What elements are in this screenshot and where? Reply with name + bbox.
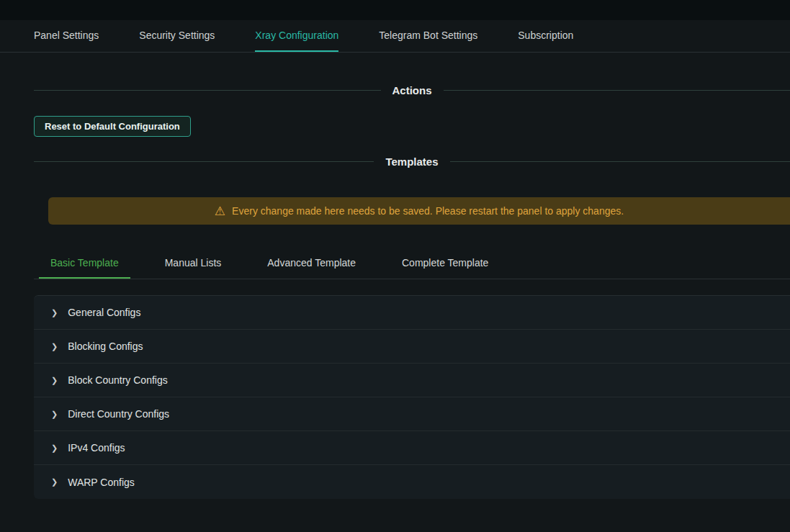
accordion-label: Blocking Configs	[68, 341, 143, 352]
accordion-label: IPv4 Configs	[68, 442, 125, 454]
tab-telegram-bot-settings[interactable]: Telegram Bot Settings	[379, 20, 477, 52]
divider-line	[450, 161, 790, 162]
chevron-right-icon: ❯	[51, 343, 58, 351]
tab-basic-template[interactable]: Basic Template	[39, 248, 130, 279]
divider-line	[34, 161, 374, 162]
divider-line	[444, 90, 790, 91]
accordion-label: Block Country Configs	[68, 374, 168, 386]
tab-panel-settings[interactable]: Panel Settings	[34, 20, 99, 52]
top-bar	[0, 0, 790, 20]
chevron-right-icon: ❯	[51, 309, 58, 317]
chevron-right-icon: ❯	[51, 410, 58, 418]
templates-divider: Templates	[34, 154, 790, 168]
accordion-direct-country-configs[interactable]: ❯ Direct Country Configs	[34, 397, 790, 431]
tab-subscription[interactable]: Subscription	[518, 20, 573, 52]
main-tabs: Panel Settings Security Settings Xray Co…	[0, 20, 790, 53]
accordion-block-country-configs[interactable]: ❯ Block Country Configs	[34, 364, 790, 397]
accordion-label: WARP Configs	[68, 477, 135, 488]
accordion-general-configs[interactable]: ❯ General Configs	[34, 296, 790, 330]
tab-xray-configuration[interactable]: Xray Configuration	[255, 20, 338, 52]
tab-manual-lists[interactable]: Manual Lists	[153, 248, 233, 279]
actions-section-title: Actions	[392, 84, 432, 96]
warning-banner: ⚠ Every change made here needs to be sav…	[48, 197, 790, 225]
accordion-label: General Configs	[68, 307, 140, 318]
tab-advanced-template[interactable]: Advanced Template	[256, 248, 367, 279]
templates-section-title: Templates	[385, 155, 438, 168]
tab-complete-template[interactable]: Complete Template	[390, 248, 500, 279]
accordion-blocking-configs[interactable]: ❯ Blocking Configs	[34, 330, 790, 364]
accordion-label: Direct Country Configs	[68, 408, 169, 420]
chevron-right-icon: ❯	[51, 444, 58, 452]
config-accordion: ❯ General Configs ❯ Blocking Configs ❯ B…	[34, 295, 790, 499]
warning-text: Every change made here needs to be saved…	[232, 205, 624, 217]
accordion-ipv4-configs[interactable]: ❯ IPv4 Configs	[34, 431, 790, 465]
template-tabs: Basic Template Manual Lists Advanced Tem…	[34, 248, 790, 279]
actions-divider: Actions	[34, 83, 790, 97]
tab-security-settings[interactable]: Security Settings	[139, 20, 215, 52]
chevron-right-icon: ❯	[51, 478, 58, 486]
reset-default-config-button[interactable]: Reset to Default Configuration	[34, 116, 191, 137]
warning-icon: ⚠	[215, 205, 225, 217]
accordion-warp-configs[interactable]: ❯ WARP Configs	[34, 465, 790, 499]
chevron-right-icon: ❯	[51, 377, 58, 384]
divider-line	[34, 90, 381, 91]
